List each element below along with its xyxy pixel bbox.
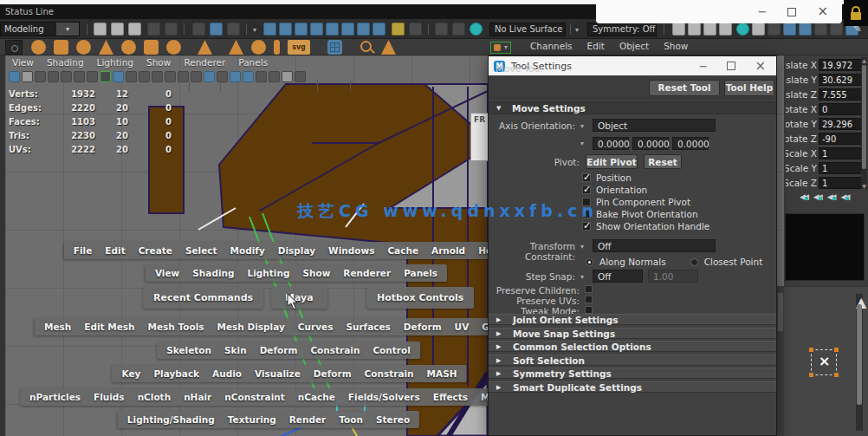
- hotbox-menu-item[interactable]: Deform: [308, 366, 358, 381]
- hotbox-menu-item[interactable]: Renderer: [337, 265, 397, 281]
- image-plane-icon[interactable]: [61, 71, 72, 82]
- select-object-icon[interactable]: [210, 23, 223, 36]
- chevron-down-icon[interactable]: [56, 23, 79, 36]
- hotbox-menu-item[interactable]: Lighting/Shading: [121, 412, 221, 427]
- live-surface-field[interactable]: No Live Surface: [489, 23, 566, 36]
- lock-camera-icon[interactable]: [22, 71, 33, 82]
- collapsed-section-header[interactable]: Soft Selection: [489, 355, 776, 366]
- hotbox-menu-item[interactable]: nConstraint: [218, 389, 291, 405]
- reset-tool-button[interactable]: Reset Tool: [649, 80, 720, 96]
- scroll-down-icon[interactable]: [861, 183, 867, 189]
- curve-fan-icon[interactable]: [229, 40, 243, 55]
- edit-pivot-button[interactable]: Edit Pivot: [586, 154, 638, 169]
- hotbox-menu-item[interactable]: Mesh Tools: [142, 319, 211, 335]
- poly-cube-icon[interactable]: [54, 40, 68, 55]
- maximize-icon[interactable]: [787, 8, 796, 16]
- collapsed-section-header[interactable]: Smart Duplicate Settings: [489, 381, 776, 393]
- close-icon[interactable]: [755, 60, 766, 73]
- hotbox-menu-item[interactable]: Windows: [322, 243, 380, 258]
- motion-blur-icon[interactable]: [282, 71, 293, 82]
- render-settings-icon[interactable]: [719, 23, 732, 36]
- hotbox-menu-item[interactable]: Mesh Display: [211, 319, 291, 335]
- transform-constraint-field[interactable]: Off: [593, 239, 716, 252]
- select-hierarchy-icon[interactable]: [192, 23, 205, 36]
- hotbox-menu-item[interactable]: Edit: [99, 243, 131, 258]
- scrollbar-thumb[interactable]: [862, 65, 866, 169]
- poly-sphere-icon[interactable]: [31, 40, 46, 55]
- prev-key-icon[interactable]: [827, 192, 834, 201]
- hotbox-menu-item[interactable]: nCloth: [132, 389, 178, 405]
- annotate-x-icon[interactable]: [811, 349, 837, 375]
- hotbox-menu-item[interactable]: nCache: [292, 389, 341, 405]
- hotbox-menu-item[interactable]: View: [149, 265, 185, 281]
- checkbox[interactable]: [582, 222, 591, 231]
- channel-value[interactable]: 0: [819, 103, 862, 115]
- hotbox-menu-item[interactable]: Constrain: [359, 366, 420, 381]
- screen-space-ao-icon[interactable]: [269, 71, 280, 82]
- hotbox-menu-item[interactable]: Effects: [427, 389, 474, 405]
- xgen-icon[interactable]: [768, 23, 781, 36]
- shelf-tab-icon[interactable]: [5, 40, 23, 55]
- hotbox-menu-item[interactable]: Cache: [381, 243, 424, 258]
- poly-cylinder-icon[interactable]: [76, 40, 91, 55]
- snap-hook-icon[interactable]: [452, 23, 465, 36]
- character-controls-icon[interactable]: [799, 23, 812, 36]
- modeling-toolkit-icon[interactable]: [783, 23, 796, 36]
- axis-z-field[interactable]: 0.0000: [672, 137, 709, 150]
- safe-action-icon[interactable]: [178, 71, 189, 82]
- hotbox-menu-item[interactable]: Playback: [147, 366, 205, 381]
- lock-selection-icon[interactable]: [392, 23, 405, 36]
- hotbox-menu-item[interactable]: Fluids: [87, 389, 131, 405]
- chevron-down-icon[interactable]: [580, 243, 584, 251]
- hotbox-menu-item[interactable]: Deform: [398, 319, 448, 335]
- render-view-icon[interactable]: [736, 23, 749, 36]
- radio-button[interactable]: [586, 258, 593, 266]
- chevron-down-icon[interactable]: [580, 140, 584, 147]
- reset-pivot-button[interactable]: Reset: [644, 154, 682, 169]
- isolate-select-icon[interactable]: [100, 71, 111, 82]
- hotbox-menu-item[interactable]: Toon: [333, 412, 369, 427]
- radio-button[interactable]: [690, 258, 698, 266]
- hypershade-icon[interactable]: [752, 23, 765, 36]
- highlight-selection-icon[interactable]: [409, 23, 422, 36]
- hotbox-menu-item[interactable]: Render: [283, 412, 333, 427]
- chevron-down-icon[interactable]: [253, 26, 256, 34]
- play-back-icon[interactable]: [841, 192, 848, 201]
- move-settings-header[interactable]: Move Settings: [489, 101, 776, 114]
- minimize-icon[interactable]: [699, 61, 709, 72]
- channel-value[interactable]: 1: [819, 177, 862, 189]
- film-gate-icon[interactable]: [126, 71, 137, 82]
- panel-menu-item[interactable]: Shading: [47, 57, 84, 68]
- hotbox-menu-item[interactable]: Create: [133, 243, 178, 258]
- field-chart-icon[interactable]: [165, 71, 176, 82]
- step-size-field[interactable]: 1.00: [648, 270, 698, 283]
- chevron-down-icon[interactable]: [580, 122, 584, 130]
- hotbox-menu-item[interactable]: MASH: [421, 366, 463, 381]
- bookmark-icon[interactable]: [48, 71, 59, 82]
- channel-value[interactable]: 1: [819, 162, 862, 174]
- checkbox[interactable]: [585, 306, 593, 314]
- object-highlight-icon[interactable]: [490, 42, 511, 54]
- menuset-dropdown[interactable]: Modeling: [0, 22, 80, 36]
- zoom-icon[interactable]: [360, 41, 372, 52]
- step-snap-field[interactable]: Off: [593, 270, 643, 283]
- collapsed-section-header[interactable]: Move Snap Settings: [489, 328, 776, 339]
- channel-value[interactable]: 1: [819, 147, 862, 159]
- snap-grid-icon[interactable]: [263, 23, 276, 36]
- tool-help-button[interactable]: Tool Help: [724, 80, 774, 96]
- chevron-down-icon[interactable]: [580, 273, 584, 281]
- hotbox-menu-item[interactable]: Surfaces: [340, 319, 396, 335]
- text-tool-icon[interactable]: [274, 40, 280, 55]
- make-live-surface-icon[interactable]: [435, 23, 448, 36]
- hotbox-menu-item[interactable]: Constrain: [304, 342, 366, 358]
- display-layer-area[interactable]: [785, 213, 865, 281]
- safe-title-icon[interactable]: [191, 71, 202, 82]
- axis-y-field[interactable]: 0.0000: [632, 137, 669, 150]
- axis-x-field[interactable]: 0.0000: [593, 137, 629, 150]
- resolution-gate-icon[interactable]: [139, 71, 150, 82]
- axis-orientation-field[interactable]: Object: [593, 119, 716, 132]
- redo-icon[interactable]: [165, 23, 178, 36]
- hotbox-menu-item[interactable]: Show: [296, 265, 336, 281]
- poly-cone-icon[interactable]: [99, 40, 113, 55]
- maximize-icon[interactable]: [727, 62, 735, 70]
